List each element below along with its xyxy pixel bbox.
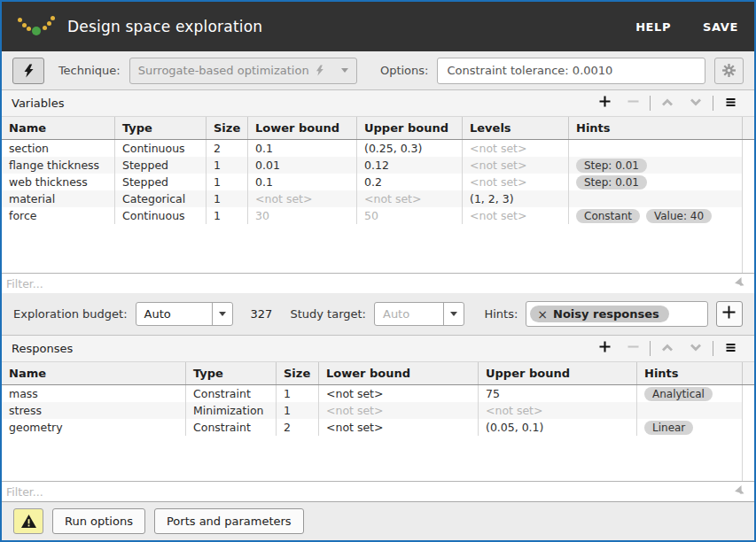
hints-cell[interactable] (637, 402, 743, 419)
technique-toggle-button[interactable] (12, 58, 44, 84)
hints-cell[interactable]: Linear (637, 419, 743, 436)
cell[interactable]: 1 (277, 385, 319, 402)
cell[interactable]: <not set> (479, 402, 637, 419)
hints-cell[interactable]: Step: 0.01 (569, 174, 743, 190)
cell[interactable]: stress (2, 402, 186, 419)
cell[interactable]: Stepped (115, 174, 207, 190)
hints-cell[interactable]: Step: 0.01 (569, 157, 743, 174)
column-header-hints[interactable]: Hints (569, 117, 743, 139)
variables-filter-input[interactable] (2, 277, 754, 290)
cell[interactable]: Continuous (115, 207, 207, 224)
cell[interactable]: 1 (207, 207, 248, 224)
cell[interactable]: <not set> (319, 385, 479, 402)
options-input[interactable] (437, 58, 705, 84)
cell[interactable]: Categorical (115, 190, 207, 207)
run-options-button[interactable]: Run options (52, 508, 145, 534)
add-response-button[interactable] (590, 339, 619, 359)
responses-menu-button[interactable] (716, 339, 744, 359)
study-target-select[interactable]: Auto (374, 302, 464, 326)
cell[interactable]: Minimization (186, 402, 277, 419)
column-header-lower-bound[interactable]: Lower bound (248, 117, 357, 139)
cell[interactable]: 0.1 (248, 174, 357, 190)
responses-filter-input[interactable] (2, 485, 754, 499)
add-hint-button[interactable] (716, 301, 743, 327)
remove-variable-button[interactable] (619, 94, 647, 113)
warning-button[interactable] (13, 508, 43, 534)
cell[interactable]: geometry (2, 419, 186, 436)
cell[interactable]: material (2, 190, 115, 207)
cell[interactable]: mass (2, 385, 186, 402)
table-row[interactable]: stressMinimization1<not set><not set> (2, 402, 743, 419)
table-row[interactable]: geometryConstraint2<not set>(0.05, 0.1)L… (2, 419, 743, 436)
move-up-button[interactable] (653, 94, 682, 113)
cell[interactable]: web thickness (2, 174, 115, 190)
move-down-button[interactable] (682, 339, 710, 359)
cell[interactable]: Stepped (115, 157, 207, 174)
hints-field[interactable]: × Noisy responses (526, 301, 707, 327)
remove-response-button[interactable] (619, 339, 647, 359)
column-header-upper-bound[interactable]: Upper bound (479, 362, 637, 384)
cell[interactable]: 0.01 (248, 157, 357, 174)
table-row[interactable]: forceContinuous13050<not set>ConstantVal… (2, 207, 743, 224)
column-header-type[interactable]: Type (115, 117, 207, 139)
cell[interactable]: <not set> (463, 207, 569, 224)
cell[interactable]: 2 (207, 140, 248, 157)
cell[interactable]: (0.25, 0.3) (357, 140, 463, 157)
hints-cell[interactable]: ConstantValue: 40 (569, 207, 743, 224)
cell[interactable]: <not set> (248, 190, 357, 207)
cell[interactable]: 0.1 (248, 140, 357, 157)
cell[interactable]: <not set> (463, 157, 569, 174)
save-button[interactable]: SAVE (703, 20, 738, 34)
cell[interactable]: <not set> (463, 140, 569, 157)
variables-menu-button[interactable] (716, 94, 744, 113)
cell[interactable]: 1 (207, 174, 248, 190)
ports-parameters-button[interactable]: Ports and parameters (154, 508, 304, 534)
cell[interactable]: 0.12 (357, 157, 463, 174)
table-row[interactable]: materialCategorical1<not set><not set>(1… (2, 190, 743, 207)
help-button[interactable]: HELP (635, 20, 671, 34)
column-header-name[interactable]: Name (2, 117, 115, 139)
remove-tag-icon[interactable]: × (537, 308, 548, 321)
cell[interactable]: 1 (277, 402, 319, 419)
column-header-name[interactable]: Name (2, 362, 186, 384)
add-variable-button[interactable] (590, 94, 619, 113)
options-settings-button[interactable] (714, 58, 744, 84)
hints-cell[interactable] (569, 190, 743, 207)
cell[interactable]: <not set> (319, 402, 479, 419)
column-header-size[interactable]: Size (277, 362, 319, 384)
column-header-size[interactable]: Size (207, 117, 248, 139)
hints-cell[interactable] (569, 140, 743, 157)
cell[interactable]: 30 (248, 207, 357, 224)
cell[interactable]: 50 (357, 207, 463, 224)
column-header-levels[interactable]: Levels (463, 117, 569, 139)
cell[interactable]: 1 (207, 157, 248, 174)
cell[interactable]: (0.05, 0.1) (479, 419, 637, 436)
table-row[interactable]: massConstraint1<not set>75Analytical (2, 385, 743, 402)
cell[interactable]: force (2, 207, 115, 224)
cell[interactable]: 75 (479, 385, 637, 402)
table-row[interactable]: web thicknessStepped10.10.2<not set>Step… (2, 174, 743, 190)
cell[interactable]: flange thickness (2, 157, 115, 174)
column-header-hints[interactable]: Hints (637, 362, 743, 384)
move-up-button[interactable] (653, 339, 682, 359)
cell[interactable]: (1, 2, 3) (463, 190, 569, 207)
budget-select[interactable]: Auto (136, 302, 233, 326)
cell[interactable]: <not set> (319, 419, 479, 436)
cell[interactable]: section (2, 140, 115, 157)
column-header-upper-bound[interactable]: Upper bound (357, 117, 463, 139)
cell[interactable]: Continuous (115, 140, 207, 157)
cell[interactable]: 0.2 (357, 174, 463, 190)
technique-select[interactable]: Surrogate-based optimization (129, 58, 357, 84)
cell[interactable]: <not set> (463, 174, 569, 190)
cell[interactable]: 1 (207, 190, 248, 207)
cell[interactable]: 2 (277, 419, 319, 436)
cell[interactable]: Constraint (186, 385, 277, 402)
move-down-button[interactable] (682, 94, 710, 113)
column-header-lower-bound[interactable]: Lower bound (319, 362, 479, 384)
hints-cell[interactable]: Analytical (637, 385, 743, 402)
table-row[interactable]: sectionContinuous20.1(0.25, 0.3)<not set… (2, 140, 743, 157)
cell[interactable]: <not set> (357, 190, 463, 207)
table-row[interactable]: flange thicknessStepped10.010.12<not set… (2, 157, 743, 174)
cell[interactable]: Constraint (186, 419, 277, 436)
column-header-type[interactable]: Type (186, 362, 277, 384)
